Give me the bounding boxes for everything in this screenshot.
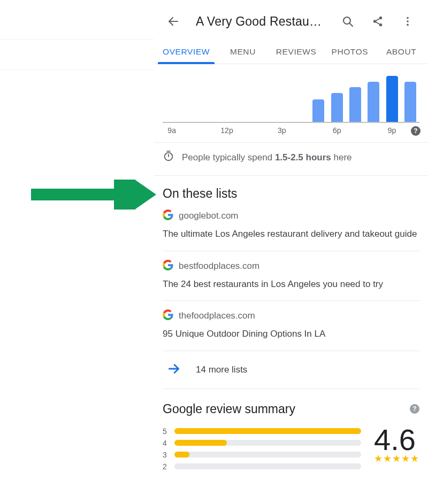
x-axis-label: 3p [278,126,286,135]
more-button[interactable] [396,10,419,33]
left-divider-2 [0,69,154,70]
rating-dist-label: 2 [163,462,169,471]
popular-times-bar[interactable] [386,76,398,122]
timer-icon [163,150,174,165]
list-item[interactable]: googlebot.comThe ultimate Los Angeles re… [163,201,419,251]
rating-dist-track [174,452,361,458]
google-favicon-icon [163,260,173,273]
rating-dist-track [174,463,361,469]
list-title: The 24 best restaurants in Los Angeles y… [163,278,419,291]
spend-prefix: People typically spend [182,152,275,162]
tab-overview[interactable]: OVERVIEW [155,41,217,64]
x-axis-label: 6p [333,126,341,135]
rating-dist-track [174,440,361,446]
tab-menu[interactable]: MENU [217,41,269,64]
share-icon [372,15,384,27]
list-item[interactable]: thefoodplaces.com95 Unique Outdoor Dinin… [163,301,419,351]
spend-text: People typically spend 1.5-2.5 hours her… [182,152,352,163]
spend-duration: 1.5-2.5 hours [275,152,331,162]
x-axis-label: 12p [220,126,233,135]
more-lists-text: 14 more lists [196,365,247,375]
callout-arrow [31,180,156,210]
more-vert-icon [402,15,414,27]
typical-time-spent: People typically spend 1.5-2.5 hours her… [154,143,428,176]
popular-times-bar[interactable] [404,82,416,122]
search-icon [341,15,354,28]
list-source: bestfoodplaces.com [179,261,259,272]
rating-stars: ★★★★★ [374,453,419,464]
rating-dist-fill [174,452,189,458]
google-favicon-icon [163,309,173,322]
rating-score: 4.6 [374,427,416,453]
tab-photos[interactable]: PHOTOS [324,41,376,64]
back-button[interactable] [162,10,185,33]
review-summary-heading: Google review summary [163,402,295,416]
svg-point-5 [379,24,383,26]
svg-point-7 [407,20,409,22]
more-lists-link[interactable]: 14 more lists [163,351,419,389]
left-divider-1 [0,39,154,40]
tab-about[interactable]: ABOUT [376,41,427,64]
review-help-icon[interactable]: ? [410,404,419,414]
tab-reviews[interactable]: REVIEWS [269,41,324,64]
popular-times-chart: ? 9a12p3p6p9p [154,67,428,143]
on-these-lists-section: On these lists googlebot.comThe ultimate… [154,176,428,389]
list-title: The ultimate Los Angeles restaurant deli… [163,228,419,241]
rating-dist-track [174,428,361,434]
popular-times-bar[interactable] [368,82,379,122]
arrow-right-icon [167,362,181,378]
popular-times-bar[interactable] [349,87,361,122]
popular-times-bar[interactable] [331,93,343,122]
google-favicon-icon [163,210,173,222]
tabs: OVERVIEW MENU REVIEWS PHOTOS ABOUT [154,41,428,64]
rating-dist-row[interactable]: 2 [163,462,361,471]
x-axis-label: 9p [388,126,396,135]
x-axis-label: 9a [167,126,176,135]
rating-dist-row[interactable]: 4 [163,439,361,447]
chart-help-icon[interactable]: ? [411,126,421,136]
rating-dist-row[interactable]: 5 [163,427,361,436]
svg-point-4 [373,20,377,23]
popular-times-bar[interactable] [312,99,324,122]
list-item[interactable]: bestfoodplaces.comThe 24 best restaurant… [163,251,419,301]
rating-distribution: 5432 [163,427,361,474]
review-summary-section: Google review summary ? 5432 4.6 ★★★★★ [154,389,428,474]
app-header: A Very Good Restau… [154,0,428,41]
rating-dist-label: 3 [163,451,169,459]
svg-point-6 [407,17,409,19]
page-title: A Very Good Restau… [192,14,330,29]
svg-point-3 [379,17,383,19]
svg-line-2 [349,23,353,26]
spend-suffix: here [331,152,352,162]
rating-dist-label: 5 [163,427,169,436]
search-button[interactable] [336,10,360,33]
on-these-lists-heading: On these lists [163,187,419,201]
rating-dist-fill [174,428,361,434]
svg-point-8 [407,24,409,26]
arrow-left-icon [167,15,180,28]
share-button[interactable] [366,10,389,33]
rating-dist-fill [174,440,227,446]
list-source: googlebot.com [179,211,239,221]
rating-dist-row[interactable]: 3 [163,451,361,459]
list-source: thefoodplaces.com [179,311,255,321]
rating-dist-label: 4 [163,439,169,447]
list-title: 95 Unique Outdoor Dining Options In LA [163,328,419,341]
